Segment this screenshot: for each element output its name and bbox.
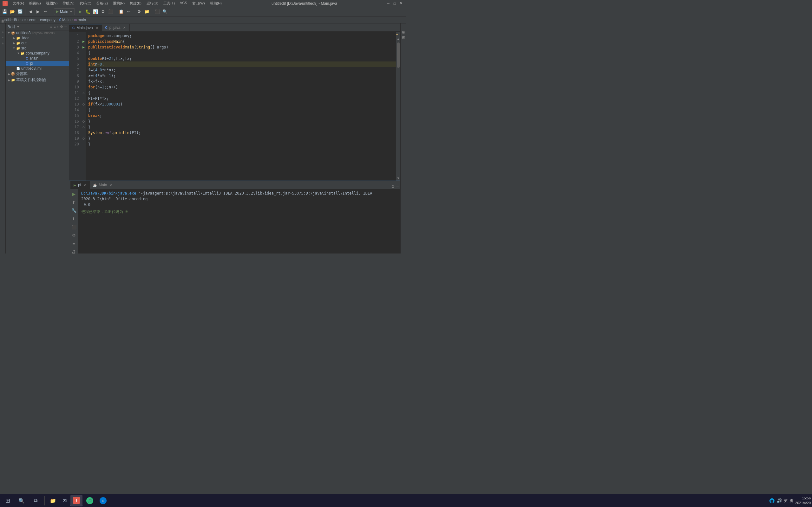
code-line-17[interactable]: } [88, 124, 396, 130]
code-line-10[interactable]: for(n=1;;n++) [88, 84, 396, 90]
search-button[interactable]: 🔍 [161, 8, 168, 15]
code-line-9[interactable]: fx=f/x; [88, 78, 396, 84]
collapse-all-button[interactable]: ≡ [54, 25, 55, 29]
breadcrumb-method[interactable]: m main [74, 18, 86, 22]
project-button[interactable]: 📁 [143, 8, 150, 15]
gutter-item-16[interactable]: ◇ [81, 118, 86, 124]
profile-button[interactable]: ⚙ [100, 8, 107, 15]
gutter-item-3[interactable]: ▶ [81, 44, 86, 50]
breadcrumb-src[interactable]: src [20, 18, 26, 22]
project-dropdown-icon[interactable]: ▼ [16, 25, 20, 29]
gutter-item-13[interactable]: ◇ [81, 101, 86, 107]
code-line-12[interactable]: PI=PI*fx; [88, 96, 396, 101]
close-run-main-button[interactable]: ✕ [109, 183, 113, 187]
code-line-14[interactable]: { [88, 107, 396, 113]
stop-run-button[interactable]: ⬆ [70, 215, 78, 222]
code-line-1[interactable]: package com.company; [88, 33, 396, 39]
run-panel-minimize-icon[interactable]: ─ [396, 184, 399, 189]
code-line-11[interactable]: { [88, 90, 396, 96]
close-panel-button[interactable]: ─ [64, 25, 67, 29]
java-exe-link[interactable]: D:\Java\JDK\bin\java.exe [81, 191, 136, 195]
menu-help[interactable]: 帮助(H) [209, 0, 223, 6]
run-settings-icon[interactable]: ⚙ [392, 184, 395, 189]
code-line-8[interactable]: x=(4*n*n-1); [88, 73, 396, 78]
save-button[interactable]: 💾 [1, 8, 8, 15]
code-line-20[interactable]: } [88, 141, 396, 147]
print-icon[interactable]: 🖨 [70, 248, 78, 253]
menu-code[interactable]: 代码(C) [78, 0, 93, 6]
code-line-6[interactable]: int n=0; [88, 61, 396, 67]
settings-icon-2[interactable]: ⚙ [70, 232, 78, 239]
menu-vcs[interactable]: VCS [179, 0, 189, 6]
gutter-item-19[interactable]: ◇ [81, 135, 86, 141]
scroll-down-area[interactable]: ▼ [397, 176, 400, 180]
tree-item-iml[interactable]: ▶ 📄 untitled8.iml [6, 66, 69, 71]
tree-item-pi[interactable]: ▶ C pi [6, 61, 69, 66]
breadcrumb-main[interactable]: C Main [59, 18, 70, 22]
tree-item-main[interactable]: ▶ C Main [6, 56, 69, 61]
menu-tools[interactable]: 工具(T) [162, 0, 176, 6]
minimize-button[interactable]: ─ [386, 1, 391, 6]
structure-button[interactable]: ⚙ [136, 8, 143, 15]
debug-button[interactable]: 🐛 [84, 8, 91, 15]
locate-file-button[interactable]: ⊕ [49, 25, 52, 29]
breadcrumb-com[interactable]: com [29, 18, 37, 22]
close-pi-tab-button[interactable]: ✕ [122, 26, 126, 30]
tab-main-java[interactable]: C Main.java ✕ [69, 24, 102, 32]
terminal-button[interactable]: ⬛ [154, 8, 161, 15]
back-button[interactable]: ◀ [27, 8, 34, 15]
code-content[interactable]: package com.company;public class Main { … [86, 32, 396, 181]
menu-view[interactable]: 视图(V) [45, 0, 59, 6]
breadcrumb-company[interactable]: company [40, 18, 55, 22]
settings-icon[interactable]: ⚙ [60, 25, 63, 29]
sync-button[interactable]: 🔄 [16, 8, 23, 15]
code-line-2[interactable]: public class Main { [88, 39, 396, 44]
scroll-to-end-button[interactable]: ⬆ [70, 199, 78, 206]
gutter-item-2[interactable]: ▶ [81, 39, 86, 44]
run-button[interactable]: ▶ [77, 8, 84, 15]
add-config-button[interactable]: 📋 [118, 8, 125, 15]
menu-navigate[interactable]: 导航(N) [61, 0, 75, 6]
stop-process-button[interactable]: ⬛ [70, 223, 78, 230]
menu-edit[interactable]: 编辑(E) [28, 0, 42, 6]
rerun-button[interactable]: ▶ [70, 190, 78, 198]
close-main-tab-button[interactable]: ✕ [95, 26, 99, 30]
run-tab-main[interactable]: ☕ Main ✕ [90, 181, 116, 189]
close-run-pi-button[interactable]: ✕ [83, 183, 87, 187]
edit-config-button[interactable]: ✏ [125, 8, 132, 15]
maximize-button[interactable]: □ [392, 1, 397, 6]
menu-window[interactable]: 窗口(W) [191, 0, 206, 6]
tab-pi-java[interactable]: C pi.java ✕ [102, 24, 130, 32]
menu-build[interactable]: 构建(B) [129, 0, 143, 6]
code-line-3[interactable]: public static void main(String[] args) [88, 44, 396, 50]
bookmark-icon[interactable]: ☆ [2, 31, 4, 34]
gutter-item-17[interactable]: ◇ [81, 124, 86, 130]
code-line-5[interactable]: double PI=2f,f,x,fx; [88, 56, 396, 61]
menu-file[interactable]: 文件(F) [11, 0, 26, 6]
scrollbar-track[interactable] [397, 41, 400, 176]
filter-icon[interactable]: ≡ [70, 240, 78, 247]
run-configuration-selector[interactable]: ▶ Main ▼ [54, 8, 75, 15]
menu-analyze[interactable]: 分析(Z) [95, 0, 109, 6]
code-line-19[interactable]: } [88, 135, 396, 141]
stop-button[interactable]: ⬛ [107, 8, 114, 15]
open-button[interactable]: 📂 [9, 8, 16, 15]
close-button[interactable]: ✕ [398, 1, 403, 6]
forward-button[interactable]: ▶ [35, 8, 42, 15]
menu-run[interactable]: 运行(U) [145, 0, 159, 6]
run-with-coverage-button[interactable]: 📊 [92, 8, 99, 15]
scroll-up-area[interactable]: ▲ [397, 37, 400, 41]
code-line-4[interactable]: { [88, 50, 396, 56]
sort-button[interactable]: ↕ [57, 25, 59, 29]
tree-item-idea[interactable]: ▶ 📁 .idea [6, 36, 69, 41]
run-tab-pi[interactable]: ▶ pi ✕ [70, 181, 90, 189]
git-icon[interactable]: ⑃ [2, 42, 3, 45]
tree-item-root[interactable]: ▼ 📦 untitled8 D:\java\untitled8 [6, 31, 69, 36]
tree-item-src[interactable]: ▼ 📁 src [6, 46, 69, 51]
structure-icon[interactable]: ≡ [2, 36, 3, 39]
code-line-13[interactable]: if(fx<1.000001) [88, 101, 396, 107]
wrench-icon[interactable]: 🔧 [70, 207, 78, 214]
tree-item-external-lib[interactable]: ▶ 📦 外部库 [6, 71, 69, 77]
gutter-item-11[interactable]: ◇ [81, 90, 86, 96]
breadcrumb-untitled8[interactable]: untitled8 [3, 18, 17, 22]
